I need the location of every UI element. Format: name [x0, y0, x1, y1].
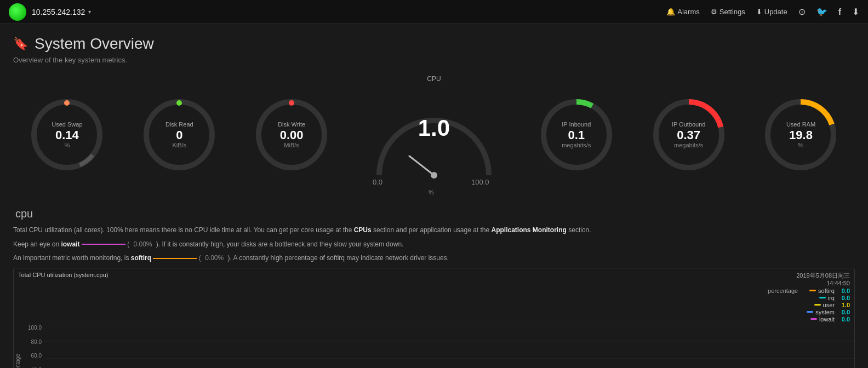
svg-point-8	[431, 172, 437, 179]
cpus-link[interactable]: CPUs	[354, 226, 372, 234]
y-axis-label: 60.0	[24, 353, 42, 359]
legend-item-system: system 0.0	[807, 309, 850, 315]
page-title: System Overview	[35, 35, 154, 53]
cpu-desc-iowait: Keep an eye on iowait ( 0.00% ). If it i…	[13, 239, 726, 251]
legend-item-iowait: iowait 0.0	[810, 316, 850, 323]
page-subtitle: Overview of the key system metrics.	[13, 56, 855, 64]
ip-outbound-gauge: IP Outbound 0.37 megabits/s	[648, 94, 730, 176]
chart-body: percentage 100.080.060.040.020.00.0	[14, 324, 854, 368]
softirq-line	[153, 258, 197, 259]
apps-monitoring-link[interactable]: Applications Monitoring	[492, 226, 567, 234]
cpu-section-title: cpu	[15, 208, 855, 220]
ip-outbound-label: IP Outbound 0.37 megabits/s	[672, 121, 706, 148]
server-ip[interactable]: 10.255.242.132	[32, 8, 85, 16]
disk-read-gauge: Disk Read 0 KiB/s	[138, 94, 220, 176]
legend-color-user	[814, 304, 821, 306]
ip-inbound-label: IP Inbound 0.1 megabits/s	[562, 121, 591, 148]
chart-y-label: percentage	[14, 354, 22, 368]
cpu-gauge: CPU 0.0 100.0 % 1.0	[363, 75, 505, 194]
legend-color-irq	[819, 297, 826, 298]
svg-point-4	[176, 100, 182, 106]
chart-legend-area: percentage softirq 0.0 irq 0.0 user 1.0 …	[768, 288, 850, 323]
page-title-row: 🔖 System Overview	[13, 35, 855, 53]
cpu-desc-1: Total CPU utilization (all cores). 100% …	[13, 225, 726, 237]
cpu-desc-softirq: An important metric worth monitoring, is…	[13, 252, 726, 264]
disk-write-gauge: Disk Write 0.00 MiB/s	[250, 94, 333, 176]
ip-outbound-gauge-wrap: IP Outbound 0.37 megabits/s	[648, 94, 730, 176]
chart-header-right: 2019年5月08日周三 14:44:50 percentage softirq…	[768, 272, 850, 323]
chart-canvas	[44, 324, 854, 368]
used-ram-label: Used RAM 19.8 %	[786, 121, 815, 148]
ip-dropdown-icon[interactable]: ▾	[88, 9, 91, 15]
y-axis-label: 100.0	[24, 325, 42, 331]
github-nav[interactable]: ⊙	[798, 7, 806, 17]
header: 10.255.242.132 ▾ 🔔 Alarms ⚙ Settings ⬇ U…	[0, 0, 868, 24]
legend-color-softirq	[809, 290, 816, 291]
cpu-chart: Total CPU utilization (system.cpu) 2019年…	[13, 268, 855, 368]
used-swap-gauge: Used Swap 0.14 %	[26, 94, 108, 176]
used-swap-gauge-wrap: Used Swap 0.14 %	[26, 94, 108, 176]
legend-item-softirq: softirq 0.0	[809, 288, 850, 294]
header-nav: 🔔 Alarms ⚙ Settings ⬇ Update ⊙ 🐦 f ⬇	[666, 7, 859, 17]
facebook-nav[interactable]: f	[838, 7, 841, 17]
legend-color-iowait	[810, 318, 817, 320]
chart-legend: softirq 0.0 irq 0.0 user 1.0 system 0.0 …	[807, 288, 850, 323]
app-logo	[9, 3, 26, 21]
disk-write-label: Disk Write 0.00 MiB/s	[278, 121, 305, 148]
used-ram-gauge: Used RAM 19.8 %	[760, 94, 842, 176]
legend-item-user: user 1.0	[814, 302, 850, 308]
disk-read-label: Disk Read 0 KiB/s	[165, 121, 193, 148]
chart-lines-svg	[44, 324, 854, 368]
gauges-row: Used Swap 0.14 % Disk Read 0 KiB/s	[13, 75, 855, 194]
settings-nav[interactable]: ⚙ Settings	[711, 8, 745, 16]
chart-y-axis: 100.080.060.040.020.00.0	[22, 324, 44, 368]
iowait-line	[82, 244, 125, 245]
download-nav[interactable]: ⬇	[852, 7, 859, 17]
cpu-section: cpu Total CPU utilization (all cores). 1…	[13, 208, 855, 368]
used-swap-label: Used Swap 0.14 %	[52, 121, 82, 148]
disk-read-gauge-wrap: Disk Read 0 KiB/s	[138, 94, 220, 176]
chart-header: Total CPU utilization (system.cpu) 2019年…	[14, 271, 854, 324]
legend-color-system	[807, 311, 813, 313]
chart-title: Total CPU utilization (system.cpu)	[18, 272, 108, 278]
y-axis-label: 80.0	[24, 339, 42, 345]
page-content: 🔖 System Overview Overview of the key sy…	[0, 24, 868, 368]
update-nav[interactable]: ⬇ Update	[756, 8, 787, 16]
twitter-nav[interactable]: 🐦	[816, 7, 827, 17]
svg-text:0.0: 0.0	[373, 178, 382, 186]
ip-inbound-gauge-wrap: IP Inbound 0.1 megabits/s	[535, 94, 618, 176]
svg-line-7	[409, 156, 434, 175]
svg-text:100.0: 100.0	[471, 178, 489, 186]
chart-datetime: 2019年5月08日周三 14:44:50	[768, 272, 850, 286]
ip-inbound-gauge: IP Inbound 0.1 megabits/s	[535, 94, 618, 176]
bookmark-icon: 🔖	[13, 37, 28, 51]
alarms-nav[interactable]: 🔔 Alarms	[666, 8, 699, 16]
svg-text:%: %	[429, 189, 434, 194]
used-ram-gauge-wrap: Used RAM 19.8 %	[760, 94, 842, 176]
legend-item-irq: irq 0.0	[819, 295, 850, 301]
cpu-gauge-wrap: 0.0 100.0 % 1.0	[363, 85, 505, 194]
svg-point-2	[64, 100, 70, 106]
svg-point-6	[289, 100, 294, 106]
disk-write-gauge-wrap: Disk Write 0.00 MiB/s	[250, 94, 333, 176]
